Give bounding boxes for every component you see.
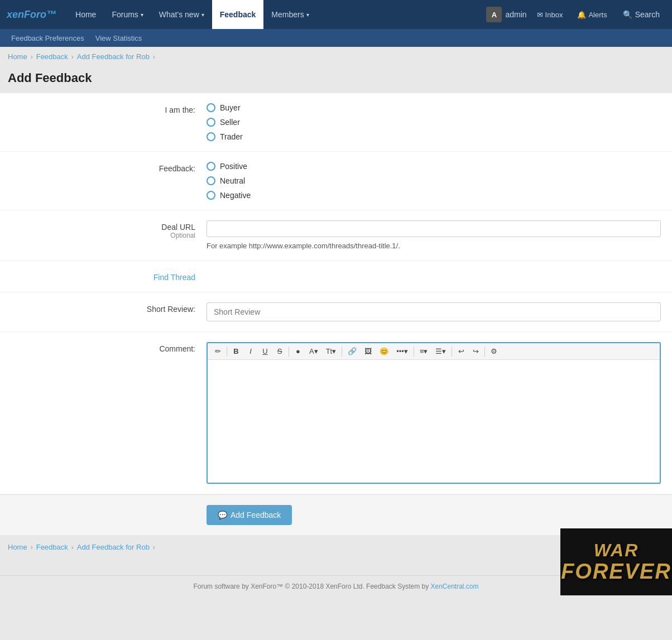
deal-url-input[interactable] [207,220,661,237]
add-feedback-button[interactable]: 💬 Add Feedback [207,505,292,525]
nav-items: Home Forums ▾ What's new ▾ Feedback Memb… [68,0,486,29]
breadcrumb-sep-1: › [31,53,33,61]
toolbar-strikethrough[interactable]: S [273,345,286,357]
comment-editor-body[interactable] [208,360,660,483]
short-review-input[interactable] [207,302,661,321]
toolbar-sep-6 [484,347,485,357]
radio-neutral-label: Neutral [220,176,245,185]
radio-positive-label: Positive [220,162,247,171]
war-forever-banner[interactable]: WAR FOREVER [560,559,672,575]
user-avatar: A [486,7,502,22]
radio-seller-label: Seller [220,118,240,127]
top-navigation: xenForo™ Home Forums ▾ What's new ▾ Feed… [0,0,672,29]
toolbar-more[interactable]: •••▾ [393,345,411,357]
radio-buyer-circle [207,103,215,112]
whats-new-dropdown-arrow: ▾ [201,12,204,18]
bottom-breadcrumb-home[interactable]: Home [8,543,27,551]
short-review-row: Short Review: [0,292,672,332]
editor-toolbar: ✏ B I U S ● A▾ Tt▾ 🔗 🖼 😊 •••▾ ≡▾ [208,343,660,360]
toolbar-color[interactable]: ● [291,345,305,357]
toolbar-image[interactable]: 🖼 [361,345,375,357]
user-name: admin [505,10,526,19]
radio-buyer[interactable]: Buyer [207,103,661,112]
feedback-options: Positive Neutral Negative [207,162,672,200]
forums-dropdown-arrow: ▾ [141,12,143,18]
deal-url-row: Deal URL Optional For example http://www… [0,210,672,261]
search-icon: 🔍 [623,10,632,19]
inbox-icon: ✉ [537,11,543,19]
alerts-button[interactable]: 🔔 Alerts [573,8,611,21]
comment-content: ✏ B I U S ● A▾ Tt▾ 🔗 🖼 😊 •••▾ ≡▾ [207,342,672,484]
war-banner-text: WAR FOREVER [561,559,671,575]
deal-url-hint: For example http://www.example.com/threa… [207,242,661,250]
feedback-row: Feedback: Positive Neutral Negative [0,152,672,210]
search-button[interactable]: 🔍 Search [617,8,665,21]
bottom-section: Home › Feedback › Add Feedback for Rob ›… [0,535,672,597]
i-am-the-options: Buyer Seller Trader [207,103,672,141]
xencentral-link[interactable]: XenCentral.com [431,583,479,590]
nav-home[interactable]: Home [68,0,104,29]
subnav-view-statistics[interactable]: View Statistics [91,32,147,45]
breadcrumb-home[interactable]: Home [8,52,27,61]
radio-positive[interactable]: Positive [207,162,661,171]
toolbar-text-size[interactable]: Tt▾ [323,345,340,357]
sub-navigation: Feedback Preferences View Statistics [0,29,672,47]
deal-url-sublabel: Optional [0,232,195,239]
toolbar-list[interactable]: ☰▾ [432,345,449,357]
toolbar-sep-4 [414,347,414,357]
feedback-label: Feedback: [0,162,207,200]
radio-negative[interactable]: Negative [207,191,661,200]
find-thread-link[interactable]: Find Thread [153,273,195,282]
toolbar-sep-3 [342,347,342,357]
radio-trader-label: Trader [220,132,243,141]
radio-trader[interactable]: Trader [207,132,661,141]
toolbar-pencil[interactable]: ✏ [211,345,224,357]
inbox-button[interactable]: ✉ Inbox [532,8,568,21]
toolbar-bold[interactable]: B [229,345,243,357]
comment-label: Comment: [0,342,207,484]
submit-label: Add Feedback [231,511,281,519]
find-thread-row: Find Thread [0,261,672,292]
toolbar-settings[interactable]: ⚙ [487,345,501,357]
submit-icon: 💬 [218,511,227,519]
find-thread-label-cell: Find Thread [0,271,207,282]
bottom-breadcrumb-feedback[interactable]: Feedback [36,543,68,551]
radio-positive-circle [207,162,215,171]
toolbar-align[interactable]: ≡▾ [416,345,431,357]
radio-negative-circle [207,191,215,200]
breadcrumb-add-feedback-for-rob[interactable]: Add Feedback for Rob [77,52,150,61]
members-dropdown-arrow: ▾ [306,12,309,18]
toolbar-sep-2 [289,347,289,357]
comment-editor: ✏ B I U S ● A▾ Tt▾ 🔗 🖼 😊 •••▾ ≡▾ [207,342,661,484]
site-logo[interactable]: xenForo™ [7,9,56,21]
toolbar-link[interactable]: 🔗 [344,345,360,357]
radio-buyer-label: Buyer [220,103,241,112]
subnav-feedback-preferences[interactable]: Feedback Preferences [7,32,89,45]
radio-neutral[interactable]: Neutral [207,176,661,185]
page-title: Add Feedback [0,66,672,93]
nav-forums[interactable]: Forums ▾ [104,0,151,29]
comment-row: Comment: ✏ B I U S ● A▾ Tt▾ 🔗 🖼 😊 [0,332,672,494]
deal-url-content: For example http://www.example.com/threa… [207,220,672,250]
i-am-the-label: I am the: [0,103,207,141]
user-menu[interactable]: A admin [486,7,526,22]
i-am-the-row: I am the: Buyer Seller Trader [0,93,672,152]
toolbar-redo[interactable]: ↪ [469,345,482,357]
bottom-sep-2: › [71,543,74,551]
toolbar-underline[interactable]: U [258,345,272,357]
nav-members[interactable]: Members ▾ [263,0,316,29]
toolbar-undo[interactable]: ↩ [454,345,468,357]
toolbar-font[interactable]: A▾ [306,345,321,357]
radio-seller-circle [207,118,215,127]
toolbar-sep-5 [452,347,452,357]
war-line2: FOREVER [561,560,671,575]
nav-whats-new[interactable]: What's new ▾ [151,0,212,29]
breadcrumb-sep-2: › [71,53,74,61]
radio-seller[interactable]: Seller [207,118,661,127]
breadcrumb-feedback[interactable]: Feedback [36,52,68,61]
nav-feedback[interactable]: Feedback [212,0,264,29]
toolbar-emoji[interactable]: 😊 [376,345,392,357]
bottom-breadcrumb-add-feedback-rob[interactable]: Add Feedback for Rob [77,543,150,551]
footer-text: Forum software by XenForo™ © 2010-2018 X… [193,583,429,590]
toolbar-italic[interactable]: I [244,345,257,357]
